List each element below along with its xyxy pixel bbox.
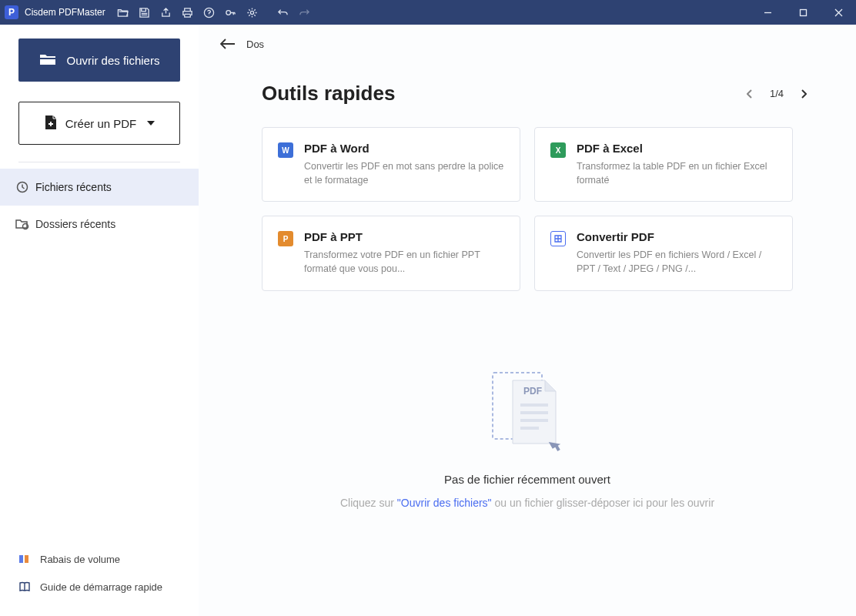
word-icon: W bbox=[278, 142, 293, 158]
print-icon[interactable] bbox=[178, 2, 198, 22]
open-files-inline-link[interactable]: "Ouvrir des fichiers" bbox=[397, 497, 492, 509]
empty-title: Pas de fichier récemment ouvert bbox=[444, 473, 610, 486]
pager: 1/4 bbox=[744, 88, 810, 100]
back-label: Dos bbox=[246, 38, 264, 50]
tool-card-pdf-to-ppt[interactable]: P PDF à PPT Transformez votre PDF en un … bbox=[262, 216, 520, 290]
card-desc: Convertir les PDF en fichiers Word / Exc… bbox=[577, 248, 777, 276]
svg-rect-12 bbox=[520, 411, 548, 414]
card-title: PDF à Excel bbox=[577, 142, 777, 155]
file-plus-icon bbox=[44, 115, 58, 132]
open-files-label: Ouvrir des fichiers bbox=[67, 54, 160, 67]
key-icon[interactable] bbox=[221, 2, 241, 22]
chevron-down-icon bbox=[147, 121, 155, 126]
svg-rect-3 bbox=[800, 9, 806, 15]
open-icon[interactable] bbox=[113, 2, 133, 22]
svg-point-1 bbox=[226, 10, 231, 15]
tag-icon bbox=[18, 553, 31, 565]
svg-rect-8 bbox=[25, 555, 28, 563]
sidebar: Ouvrir des fichiers Créer un PDF Fichier… bbox=[0, 25, 199, 616]
open-files-button[interactable]: Ouvrir des fichiers bbox=[18, 38, 180, 82]
save-icon[interactable] bbox=[135, 2, 155, 22]
create-pdf-label: Créer un PDF bbox=[65, 117, 137, 130]
nav-recent-folders-label: Dossiers récents bbox=[35, 218, 115, 230]
minimize-button[interactable] bbox=[750, 0, 785, 25]
pager-next[interactable] bbox=[797, 88, 810, 100]
maximize-button[interactable] bbox=[785, 0, 821, 25]
tool-card-pdf-to-excel[interactable]: X PDF à Excel Transformez la table PDF e… bbox=[534, 127, 793, 202]
back-button[interactable]: Dos bbox=[199, 25, 856, 59]
nav-recent-files-label: Fichiers récents bbox=[35, 181, 112, 193]
empty-subtitle: Cliquez sur "Ouvrir des fichiers" ou un … bbox=[340, 497, 714, 509]
convert-icon bbox=[550, 231, 566, 246]
excel-icon: X bbox=[550, 142, 566, 158]
volume-discount-label: Rabais de volume bbox=[40, 554, 120, 565]
redo-icon bbox=[295, 2, 315, 22]
quick-start-link[interactable]: Guide de démarrage rapide bbox=[0, 573, 199, 601]
card-title: PDF à PPT bbox=[304, 230, 504, 243]
tool-card-pdf-to-word[interactable]: W PDF à Word Convertir les PDF en mot sa… bbox=[262, 127, 520, 202]
svg-text:PDF: PDF bbox=[523, 386, 542, 397]
card-desc: Transformez votre PDF en un fichier PPT … bbox=[304, 248, 504, 276]
settings-icon[interactable] bbox=[242, 2, 262, 22]
tool-card-convert-pdf[interactable]: Convertir PDF Convertir les PDF en fichi… bbox=[534, 216, 793, 290]
folder-clock-icon bbox=[15, 217, 29, 231]
app-logo: P bbox=[5, 5, 18, 19]
main-area: Dos Outils rapides 1/4 W PDF à Word Conv… bbox=[199, 25, 856, 616]
svg-rect-11 bbox=[520, 403, 548, 407]
ppt-icon: P bbox=[278, 231, 293, 246]
svg-point-2 bbox=[251, 11, 254, 14]
pager-text: 1/4 bbox=[770, 88, 784, 99]
nav-recent-folders[interactable]: Dossiers récents bbox=[0, 206, 199, 243]
create-pdf-button[interactable]: Créer un PDF bbox=[18, 102, 180, 145]
card-desc: Transformez la table PDF en un fichier E… bbox=[577, 159, 777, 187]
help-icon[interactable] bbox=[199, 2, 219, 22]
card-desc: Convertir les PDF en mot sans perdre la … bbox=[304, 159, 504, 187]
close-button[interactable] bbox=[821, 0, 856, 25]
share-icon[interactable] bbox=[156, 2, 176, 22]
clock-icon bbox=[15, 180, 29, 194]
svg-rect-4 bbox=[40, 58, 55, 59]
book-icon bbox=[18, 581, 31, 593]
empty-state[interactable]: PDF Pas de fichier récemment ouvert Cliq… bbox=[199, 291, 856, 617]
quick-start-label: Guide de démarrage rapide bbox=[40, 581, 162, 593]
empty-illustration: PDF bbox=[485, 367, 570, 454]
card-title: Convertir PDF bbox=[577, 230, 777, 243]
folder-open-icon bbox=[39, 52, 56, 69]
app-title: Cisdem PDFMaster bbox=[25, 7, 105, 18]
svg-rect-7 bbox=[19, 555, 23, 563]
pager-prev[interactable] bbox=[744, 88, 756, 100]
svg-rect-14 bbox=[520, 427, 539, 430]
titlebar: P Cisdem PDFMaster bbox=[0, 0, 856, 25]
divider bbox=[18, 162, 180, 162]
volume-discount-link[interactable]: Rabais de volume bbox=[0, 545, 199, 573]
nav-recent-files[interactable]: Fichiers récents bbox=[0, 169, 199, 206]
undo-icon[interactable] bbox=[273, 2, 293, 22]
tools-heading: Outils rapides bbox=[262, 82, 395, 105]
svg-rect-13 bbox=[520, 419, 548, 422]
card-title: PDF à Word bbox=[304, 142, 504, 155]
